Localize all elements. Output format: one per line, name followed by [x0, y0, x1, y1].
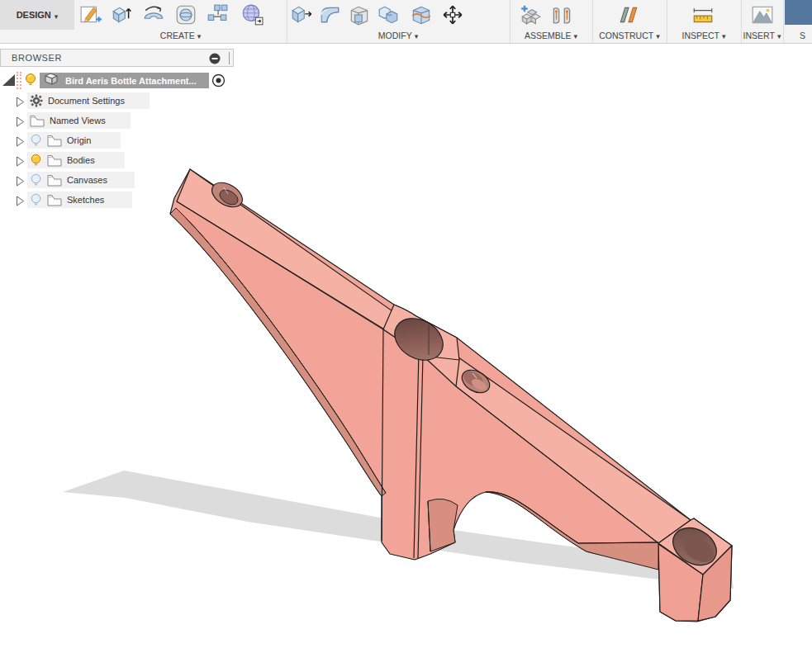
browser-tree: Document Settings Named Views Origin	[0, 92, 234, 211]
chevron-down-icon	[719, 31, 726, 40]
design-menu-button[interactable]: DESIGN	[0, 0, 74, 30]
bulb-off-icon[interactable]	[30, 173, 42, 187]
toolbar-group-modify: MODIFY	[287, 0, 510, 43]
new-component-icon[interactable]	[518, 2, 543, 27]
measure-icon[interactable]	[691, 2, 715, 27]
bulb-on-icon[interactable]	[30, 154, 42, 168]
chevron-down-icon	[572, 31, 578, 40]
split-body-icon[interactable]	[409, 2, 434, 27]
shell-icon[interactable]	[347, 2, 372, 27]
root-component-name: Bird Aeris Bottle Attachment...	[65, 76, 197, 86]
select-tool-block[interactable]	[785, 0, 812, 25]
tree-row-named-views[interactable]: Named Views	[0, 111, 234, 131]
expand-arrow-icon[interactable]	[16, 195, 25, 210]
tree-item-label: Sketches	[67, 195, 104, 205]
browser-resize-handle[interactable]	[229, 52, 230, 64]
folder-icon	[30, 115, 45, 127]
create-group-dropdown[interactable]: CREATE	[74, 31, 287, 40]
combine-icon[interactable]	[376, 2, 401, 27]
construct-group-dropdown[interactable]: CONSTRUCT	[592, 31, 667, 40]
root-selection-highlight[interactable]: Bird Aeris Bottle Attachment...	[40, 73, 209, 88]
gear-icon	[30, 94, 43, 107]
chevron-down-icon	[653, 31, 660, 40]
expand-arrow-icon[interactable]	[16, 135, 25, 150]
chevron-down-icon	[195, 31, 202, 40]
component-icon	[43, 72, 59, 89]
press-pull-icon[interactable]	[289, 2, 314, 27]
browser-collapse-button[interactable]	[209, 53, 221, 64]
toolbar-group-assemble: ASSEMBLE	[510, 0, 592, 43]
design-menu-label: DESIGN	[17, 10, 51, 20]
active-component-bar	[17, 72, 21, 89]
chevron-down-icon	[412, 31, 419, 40]
activate-component-radio[interactable]	[211, 73, 226, 91]
top-toolbar: DESIGN CREATE	[0, 0, 812, 44]
modify-group-dropdown[interactable]: MODIFY	[287, 31, 510, 40]
insert-image-icon[interactable]	[750, 2, 775, 27]
folder-icon	[47, 135, 62, 147]
bulb-off-icon[interactable]	[30, 193, 42, 207]
toolbar-group-create: CREATE	[74, 0, 287, 43]
bulb-off-icon[interactable]	[30, 134, 42, 148]
tree-row-sketches[interactable]: Sketches	[0, 191, 234, 211]
tree-item-label: Named Views	[50, 116, 106, 125]
tree-row-origin[interactable]: Origin	[0, 131, 234, 151]
expand-arrow-icon[interactable]	[16, 175, 25, 190]
fillet-icon[interactable]	[318, 2, 343, 27]
assemble-group-dropdown[interactable]: ASSEMBLE	[510, 31, 592, 40]
toolbar-separator	[783, 0, 784, 43]
chevron-down-icon	[55, 7, 59, 22]
tree-row-document-settings[interactable]: Document Settings	[0, 92, 234, 111]
bulb-on-icon[interactable]	[24, 73, 37, 91]
expand-arrow-icon[interactable]	[16, 155, 25, 170]
browser-root-row[interactable]: Bird Aeris Bottle Attachment...	[0, 72, 234, 89]
tree-item-label: Origin	[67, 135, 91, 145]
tree-item-label: Document Settings	[48, 96, 125, 106]
toolbar-group-insert: INSERT	[741, 0, 783, 43]
folder-icon	[47, 174, 62, 187]
revolve-icon[interactable]	[141, 2, 166, 27]
tree-item-label: Canvases	[67, 175, 107, 185]
tree-row-canvases[interactable]: Canvases	[0, 171, 234, 191]
toolbar-group-construct: CONSTRUCT	[592, 0, 667, 43]
model-body[interactable]	[170, 169, 732, 622]
root-expand-icon[interactable]	[2, 73, 15, 90]
joint-icon[interactable]	[549, 2, 574, 27]
expand-arrow-icon[interactable]	[16, 116, 25, 130]
pattern-icon[interactable]	[205, 2, 230, 27]
inspect-group-dropdown[interactable]: INSPECT	[667, 31, 741, 40]
folder-icon	[47, 154, 62, 167]
create-sketch-icon[interactable]	[78, 2, 103, 27]
toolbar-group-inspect: INSPECT	[667, 0, 741, 43]
move-copy-icon[interactable]	[440, 2, 465, 27]
tree-row-bodies[interactable]: Bodies	[0, 151, 234, 171]
sphere-icon[interactable]	[173, 2, 198, 27]
insert-group-dropdown[interactable]: INSERT	[741, 31, 783, 40]
extrude-icon[interactable]	[109, 2, 134, 27]
folder-icon	[47, 194, 62, 206]
create-form-icon[interactable]	[240, 2, 264, 27]
expand-arrow-icon[interactable]	[16, 96, 25, 111]
construction-plane-icon[interactable]	[616, 2, 641, 27]
select-group-label[interactable]: S	[800, 31, 805, 40]
browser-title: BROWSER	[12, 53, 62, 63]
chevron-down-icon	[775, 31, 781, 40]
browser-panel-header: BROWSER	[0, 49, 234, 67]
tree-item-label: Bodies	[67, 155, 95, 165]
